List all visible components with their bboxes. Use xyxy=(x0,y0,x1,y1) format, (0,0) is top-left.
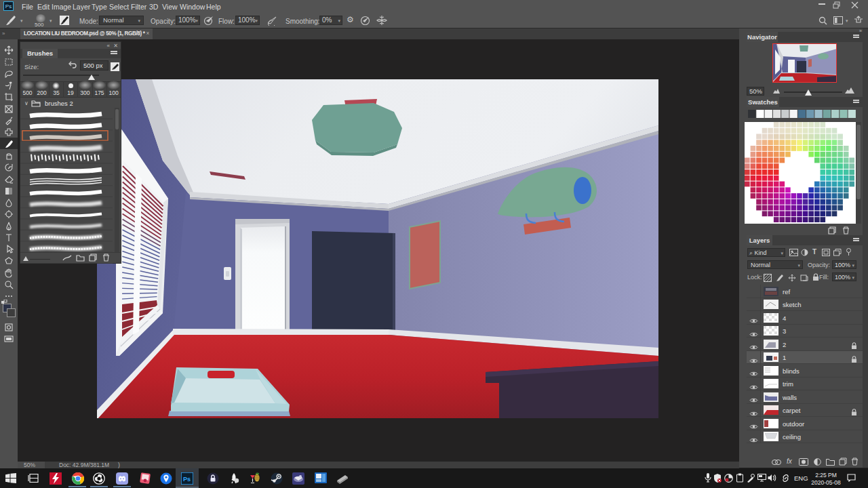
svg-text:Ps: Ps xyxy=(183,476,191,483)
